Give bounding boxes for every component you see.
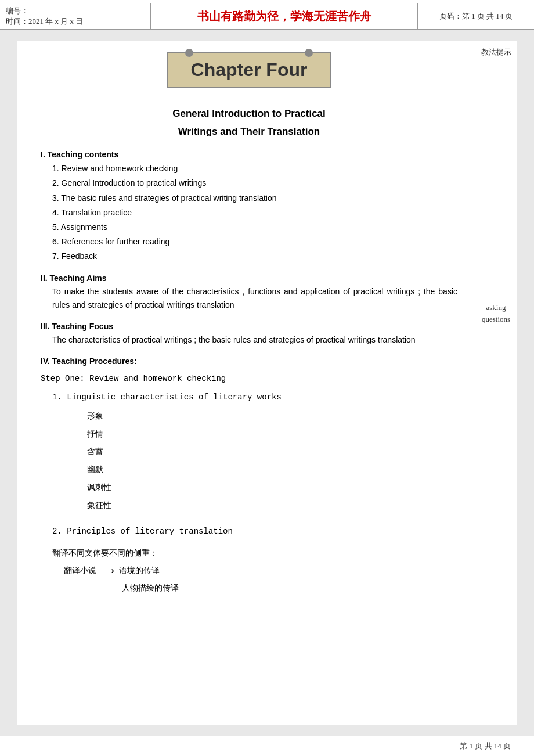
- item-two-label: 2. Principles of literary translation: [41, 523, 457, 539]
- translation-target2: 人物描绘的传译: [122, 584, 179, 592]
- step-one-heading: Step One: Review and homework checking: [41, 374, 457, 383]
- page-header: 编号： 时间：2021 年 x 月 x 日 书山有路勤为径，学海无涯苦作舟 页码…: [0, 0, 534, 30]
- header-left: 编号： 时间：2021 年 x 月 x 日: [0, 3, 151, 29]
- list-item: 象征性: [87, 497, 457, 515]
- chapter-title: Chapter Four: [191, 59, 308, 80]
- translation-note-block: 翻译不同文体要不同的侧重： 翻译小说 ⟶ 语境的传译 人物描绘的传译: [41, 545, 457, 596]
- translation-arrow-line: 翻译小说 ⟶ 语境的传译: [52, 561, 457, 580]
- list-item: 4. Translation practice: [52, 206, 457, 220]
- teaching-focus-body: The characteristics of practical writing…: [41, 333, 457, 347]
- subtitle-line2: Writings and Their Translation: [41, 123, 457, 141]
- chapter-banner: Chapter Four: [41, 52, 457, 88]
- list-item: 3. The basic rules and strategies of pra…: [52, 191, 457, 206]
- subtitle-block: General Introduction to Practical Writin…: [41, 105, 457, 141]
- arrow-icon: ⟶: [101, 561, 114, 580]
- list-item: 6. References for further reading: [52, 235, 457, 249]
- list-item: 5. Assignments: [52, 220, 457, 235]
- list-item: 形象: [87, 408, 457, 426]
- sidebar-note-line2: questions: [479, 314, 513, 326]
- sidebar-note: asking questions: [479, 302, 513, 326]
- sidebar-note-line1: asking: [479, 302, 513, 314]
- list-item: 7. Feedback: [52, 249, 457, 264]
- teaching-procedures-heading: IV. Teaching Procedures:: [41, 357, 457, 366]
- header-right: 页码：第 1 页 共 14 页: [418, 3, 534, 29]
- motto-text: 书山有路勤为径，学海无涯苦作舟: [197, 9, 371, 24]
- item-one-label: 1. Linguistic characteristics of literar…: [41, 389, 457, 405]
- teaching-focus-heading: III. Teaching Focus: [41, 322, 457, 331]
- translation-target1: 语境的传译: [119, 563, 160, 579]
- teaching-aims-body: To make the students aware of the charac…: [41, 285, 457, 313]
- footer-text: 第 1 页 共 14 页: [460, 741, 511, 750]
- main-content: Chapter Four General Introduction to Pra…: [17, 41, 475, 725]
- sidebar-annotation: 教法提示 asking questions: [475, 41, 517, 725]
- list-item: 含蓄: [87, 443, 457, 461]
- list-item: 幽默: [87, 461, 457, 479]
- list-item: 抒情: [87, 426, 457, 444]
- teaching-contents-list: 1. Review and homework checking 2. Gener…: [41, 161, 457, 264]
- translation-novel-label: 翻译小说: [64, 563, 96, 579]
- list-item: 2. General Introduction to practical wri…: [52, 176, 457, 190]
- teaching-contents-heading: I. Teaching contents: [41, 150, 457, 159]
- chinese-characteristics-list: 形象 抒情 含蓄 幽默 讽刺性 象征性: [41, 408, 457, 515]
- subtitle-line1: General Introduction to Practical: [41, 105, 457, 123]
- time-label: 时间：2021 年 x 月 x 日: [6, 16, 145, 27]
- translation-note-text: 翻译不同文体要不同的侧重：: [52, 545, 457, 561]
- page-body: 教法提示 asking questions Chapter Four Gener…: [17, 41, 517, 725]
- page-label: 页码：第 1 页 共 14 页: [439, 11, 513, 21]
- number-label: 编号：: [6, 6, 145, 16]
- sidebar-label: 教法提示: [479, 46, 513, 58]
- page-footer: 第 1 页 共 14 页: [0, 736, 534, 756]
- header-center: 书山有路勤为径，学海无涯苦作舟: [151, 3, 418, 29]
- list-item: 讽刺性: [87, 479, 457, 497]
- teaching-aims-heading: II. Teaching Aims: [41, 273, 457, 283]
- list-item: 1. Review and homework checking: [52, 161, 457, 176]
- chapter-title-box: Chapter Four: [167, 52, 332, 88]
